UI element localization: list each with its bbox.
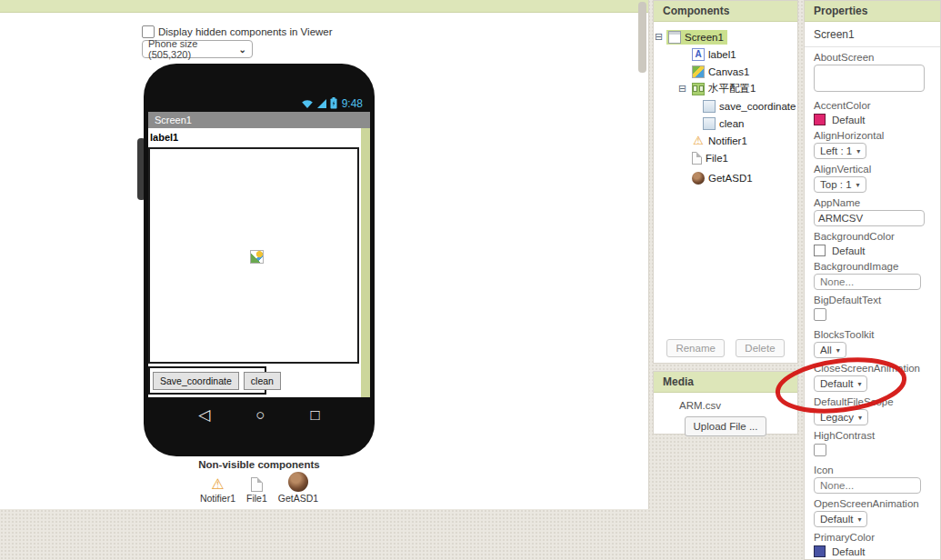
dropdown-arrow-icon: ▾ bbox=[856, 147, 860, 155]
property-value: Left : 1 bbox=[820, 145, 852, 156]
phone-button-clean[interactable]: clean bbox=[244, 372, 281, 390]
display-hidden-components-toggle[interactable]: Display hidden components in Viewer bbox=[142, 25, 333, 38]
property-textarea[interactable] bbox=[814, 65, 925, 92]
tree-entry[interactable]: Screen1 bbox=[666, 30, 727, 45]
tree-entry[interactable]: 水平配置1 bbox=[690, 81, 759, 96]
viewer-horizontal-arrangement[interactable]: Save_coordinateclean bbox=[148, 366, 266, 395]
battery-icon bbox=[330, 97, 337, 109]
property-checkbox[interactable] bbox=[814, 308, 826, 321]
media-file-list: ARM.csv bbox=[654, 393, 797, 411]
property-value: All bbox=[820, 345, 832, 355]
property-value: Default bbox=[832, 115, 865, 125]
tree-item-label1[interactable]: label1 bbox=[654, 45, 797, 63]
property-dropdown[interactable]: Legacy▾ bbox=[814, 409, 868, 425]
viewer-canvas1-component[interactable] bbox=[148, 147, 359, 364]
property-color-picker[interactable]: Default bbox=[814, 114, 931, 125]
tree-item-file1[interactable]: File1 bbox=[654, 149, 797, 166]
collapse-toggle-icon[interactable]: ⊟ bbox=[655, 32, 666, 42]
tree-entry[interactable]: Canvas1 bbox=[690, 65, 753, 79]
property-color-picker[interactable]: Default bbox=[814, 545, 931, 557]
canvas-icon bbox=[692, 65, 705, 78]
property-label: AlignVertical bbox=[814, 164, 931, 175]
tree-item-canvas1[interactable]: Canvas1 bbox=[654, 63, 797, 80]
property-dropdown[interactable]: Default▾ bbox=[814, 375, 867, 392]
components-panel: Components ⊟Screen1label1Canvas1⊟水平配置1sa… bbox=[653, 0, 798, 364]
file-icon bbox=[692, 152, 702, 165]
property-file-selector[interactable]: None... bbox=[814, 477, 921, 494]
property-color-picker[interactable]: Default bbox=[814, 245, 931, 256]
properties-panel: Properties Screen1 AboutScreenAccentColo… bbox=[804, 0, 941, 560]
tree-item-clean[interactable]: clean bbox=[654, 115, 797, 132]
wifi-icon bbox=[301, 98, 314, 109]
property-backgroundcolor: BackgroundColorDefault bbox=[814, 231, 931, 256]
property-highcontrast: HighContrast bbox=[814, 430, 931, 460]
viewer-scrollbar[interactable] bbox=[638, 2, 646, 73]
media-file-arm-csv[interactable]: ARM.csv bbox=[654, 393, 797, 411]
tree-item-label: label1 bbox=[708, 49, 736, 60]
phone-nav-bar: ◁ ○ □ bbox=[148, 397, 370, 432]
upload-file-button[interactable]: Upload File ... bbox=[685, 416, 767, 436]
arrangement-icon bbox=[692, 83, 705, 95]
property-label: AlignHorizontal bbox=[814, 130, 931, 141]
rename-button[interactable]: Rename bbox=[666, 339, 724, 357]
tree-entry[interactable]: clean bbox=[701, 116, 748, 131]
property-openscreenanimation: OpenScreenAnimationDefault▾ bbox=[814, 498, 931, 527]
properties-component-name: Screen1 bbox=[805, 22, 940, 47]
property-accentcolor: AccentColorDefault bbox=[814, 100, 931, 125]
phone-size-value: Phone size (505,320) bbox=[148, 38, 239, 60]
screen-icon bbox=[668, 31, 681, 44]
nonvisible-item-notifier1[interactable]: ⚠Notifier1 bbox=[200, 477, 235, 504]
viewer-panel-header bbox=[0, 0, 648, 13]
property-blockstoolkit: BlocksToolkitAll▾ bbox=[814, 329, 931, 358]
tree-item-label: GetASD1 bbox=[708, 173, 753, 184]
notifier-icon: ⚠ bbox=[692, 135, 705, 147]
avatar-icon bbox=[692, 172, 705, 185]
tree-item-label: save_coordinate bbox=[719, 101, 796, 112]
tree-entry[interactable]: label1 bbox=[690, 47, 740, 62]
property-value: Default bbox=[832, 546, 865, 557]
tree-item-save-coordinate[interactable]: save_coordinate bbox=[654, 97, 797, 115]
tree-entry[interactable]: save_coordinate bbox=[701, 99, 799, 114]
property-dropdown[interactable]: All▾ bbox=[814, 342, 846, 358]
recents-icon: □ bbox=[311, 407, 320, 423]
app-inventor-designer: Display hidden components in Viewer Phon… bbox=[0, 0, 941, 560]
nonvisible-item-getasd1[interactable]: GetASD1 bbox=[278, 472, 318, 504]
collapse-toggle-icon[interactable]: ⊟ bbox=[678, 84, 690, 94]
tree-item-getasd1[interactable]: GetASD1 bbox=[654, 166, 797, 190]
display-hidden-checkbox[interactable] bbox=[142, 25, 155, 38]
property-label: BackgroundColor bbox=[814, 231, 931, 242]
property-file-selector[interactable]: None... bbox=[814, 274, 921, 290]
property-alignhorizontal: AlignHorizontalLeft : 1▾ bbox=[814, 130, 931, 159]
property-primarycolor: PrimaryColorDefault bbox=[814, 532, 931, 557]
tree-item-label: File1 bbox=[706, 153, 728, 164]
phone-size-dropdown[interactable]: Phone size (505,320) ⌄ bbox=[142, 40, 253, 58]
tree-item-label: 水平配置1 bbox=[708, 82, 756, 95]
tree-item-screen1[interactable]: ⊟Screen1 bbox=[654, 28, 797, 45]
home-icon: ○ bbox=[255, 407, 265, 423]
tree-item-1[interactable]: ⊟水平配置1 bbox=[654, 80, 797, 97]
viewer-label1-component[interactable]: label1 bbox=[150, 132, 178, 143]
tree-item-notifier1[interactable]: ⚠Notifier1 bbox=[654, 132, 797, 149]
components-actions: Rename Delete bbox=[654, 339, 797, 357]
canvas-placeholder-icon bbox=[250, 250, 264, 264]
property-dropdown[interactable]: Left : 1▾ bbox=[814, 143, 866, 159]
media-panel: Media ARM.csv Upload File ... bbox=[653, 371, 798, 435]
dropdown-arrow-icon: ▾ bbox=[836, 346, 840, 355]
delete-button[interactable]: Delete bbox=[736, 339, 784, 357]
property-dropdown[interactable]: Default▾ bbox=[814, 511, 867, 527]
nonvisible-item-label: File1 bbox=[246, 493, 267, 504]
property-input[interactable] bbox=[814, 210, 925, 226]
phone-button-save-coordinate[interactable]: Save_coordinate bbox=[153, 372, 239, 390]
nonvisible-item-file1[interactable]: File1 bbox=[246, 477, 267, 504]
tree-entry[interactable]: ⚠Notifier1 bbox=[690, 134, 751, 148]
button-icon bbox=[703, 100, 716, 113]
tree-entry[interactable]: GetASD1 bbox=[690, 171, 756, 185]
property-checkbox[interactable] bbox=[814, 444, 826, 456]
property-aboutscreen: AboutScreen bbox=[814, 52, 931, 95]
tree-entry[interactable]: File1 bbox=[690, 151, 732, 165]
property-dropdown[interactable]: Top : 1▾ bbox=[814, 176, 866, 193]
property-backgroundimage: BackgroundImageNone... bbox=[814, 261, 931, 290]
notifier-icon: ⚠ bbox=[209, 477, 225, 492]
dropdown-arrow-icon: ▾ bbox=[857, 380, 861, 388]
property-label: Icon bbox=[814, 465, 931, 475]
